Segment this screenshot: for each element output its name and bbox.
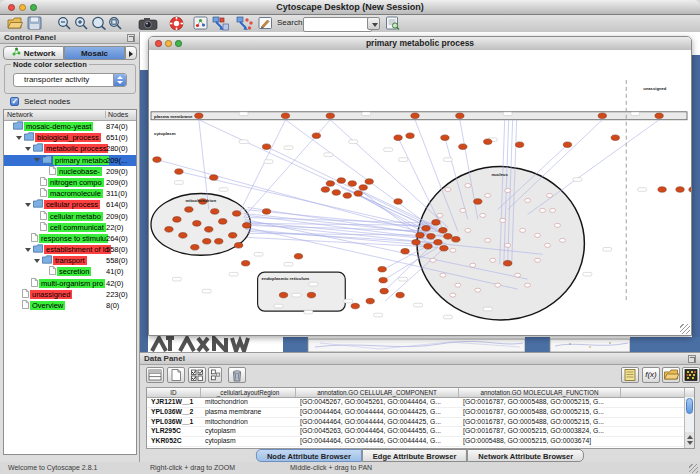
tree-row[interactable]: establishment of lo558(0) (4, 244, 136, 255)
tree-row[interactable]: Overview8(0) (4, 300, 136, 311)
open-icon[interactable] (7, 16, 23, 31)
tree-row[interactable]: cellular process614(0) (4, 199, 136, 210)
table-cell[interactable]: YKR052C (147, 437, 201, 446)
table-cell[interactable]: [GO:0016787, GO:0005215, GO:0003824, G..… (459, 427, 621, 436)
table-cell[interactable]: [GO:0016787, GO:0005488, GO:0005215, G..… (459, 408, 621, 417)
search-input[interactable] (303, 17, 372, 32)
tab-mosaic[interactable]: Mosaic (64, 46, 125, 60)
app-resize-grip[interactable] (689, 464, 698, 473)
table-cell[interactable]: [GO:0016787, GO:0005488, GO:0005215, G..… (459, 418, 621, 427)
table-row[interactable]: YLR295Ccytoplasm[GO:0045263, GO:0044464,… (147, 427, 694, 437)
tree-row[interactable]: nucleobase-209(0) (4, 166, 136, 177)
snapshot-icon[interactable] (138, 16, 158, 31)
table-cell[interactable]: [GO:0044464, GO:0044444, GO:0044425, G..… (296, 418, 459, 427)
expand-arrow-icon[interactable] (25, 147, 31, 151)
table-cell[interactable]: [GO:0044464, GO:0044444, GO:0044425, G..… (296, 408, 459, 417)
tab-edge-attribute-browser[interactable]: Edge Attribute Browser (362, 449, 467, 462)
table-row[interactable]: YPL036W__2plasma membrane[GO:0044464, GO… (147, 408, 694, 418)
table-row[interactable]: YKR052Ccytoplasm[GO:0044464, GO:0044446,… (147, 437, 694, 447)
table-cell[interactable]: mitochondrion (201, 398, 296, 407)
table-row[interactable]: YPL036W__1mitochondrion[GO:0044464, GO:0… (147, 418, 694, 428)
table-cell[interactable]: [GO:0045263, GO:0044464, GO:0044455, G..… (296, 427, 459, 436)
zoom-selected-icon[interactable] (91, 16, 107, 31)
expand-arrow-icon[interactable] (25, 248, 31, 252)
table-cell[interactable]: [GO:0016787, GO:0005488, GO:0005215, G..… (459, 398, 621, 407)
function-builder-icon[interactable]: f(x) (642, 367, 660, 383)
table-cell[interactable]: YPL036W__1 (147, 418, 201, 427)
select-all-attributes-icon[interactable] (188, 367, 206, 383)
table-cell[interactable]: [GO:0044464, GO:0044446, GO:0044444, G..… (296, 437, 459, 446)
table-cell[interactable]: cytoplasm (201, 437, 296, 446)
expand-arrow-icon[interactable] (34, 259, 40, 263)
tree-row[interactable]: nitrogen compo209(0) (4, 177, 136, 188)
table-cell[interactable]: YJR121W__1 (147, 398, 201, 407)
new-network-from-selection-icon[interactable] (236, 16, 254, 31)
unselect-all-attributes-icon[interactable] (208, 367, 222, 383)
scrollbar-thumb[interactable] (686, 398, 693, 414)
minimize-window-button[interactable] (19, 4, 26, 11)
new-attribute-icon[interactable] (167, 367, 185, 383)
expand-arrow-icon[interactable] (25, 203, 31, 207)
delete-attribute-icon[interactable] (228, 367, 246, 383)
help-icon[interactable] (168, 16, 185, 31)
select-attributes-icon[interactable] (146, 367, 164, 383)
tree-row[interactable]: biological_process651(0) (4, 132, 136, 143)
advanced-search-icon[interactable] (385, 16, 400, 31)
zoom-in-icon[interactable] (74, 16, 89, 31)
table-scrollbar[interactable] (684, 397, 694, 448)
search-dropdown-button[interactable] (367, 17, 380, 30)
annotation-icon[interactable] (258, 16, 273, 31)
attribute-editor-icon[interactable] (621, 367, 639, 383)
table-cell[interactable]: cytoplasm (201, 427, 296, 436)
table-row[interactable]: YJR121W__1mitochondrion[GO:0045267, GO:0… (147, 398, 694, 408)
tab-network[interactable]: Network (3, 46, 64, 60)
column-header[interactable] (621, 388, 685, 397)
column-header[interactable]: _cellularLayoutRegion (201, 388, 296, 397)
attribute-matrix-icon[interactable] (682, 367, 700, 383)
column-header[interactable]: ID (147, 388, 201, 397)
tree-column-header[interactable]: Network Nodes (4, 110, 136, 121)
tree-row[interactable]: response to stimulu264(0) (4, 233, 136, 244)
network-view-window[interactable]: primary metabolic process plasma membran… (148, 36, 692, 336)
tree-row[interactable]: cellular metabo209(0) (4, 211, 136, 222)
zoom-fit-icon[interactable] (108, 16, 123, 31)
select-neighbors-icon[interactable] (212, 16, 230, 31)
tab-node-attribute-browser[interactable]: Node Attribute Browser (256, 449, 362, 462)
tree-row[interactable]: unassigned223(0) (4, 289, 136, 300)
expand-arrow-icon[interactable] (16, 136, 22, 140)
tree-row[interactable]: transport558(0) (4, 255, 136, 266)
tree-row[interactable]: mosaic-demo-yeast874(0) (4, 121, 136, 132)
table-cell[interactable]: [GO:0005488, GO:0005215, GO:0003674] (459, 437, 621, 446)
select-nodes-checkbox[interactable] (10, 97, 19, 106)
network-close-button[interactable] (155, 40, 162, 47)
table-cell[interactable]: plasma membrane (201, 408, 296, 417)
tree-row[interactable]: multi-organism pro42(0) (4, 278, 136, 289)
column-header[interactable]: annotation.GO CELLULAR_COMPONENT (296, 388, 459, 397)
network-minimize-button[interactable] (165, 40, 172, 47)
network-overview-icon[interactable] (193, 16, 208, 31)
network-canvas[interactable]: plasma membranecytoplasmmitochondrionnuc… (149, 50, 691, 335)
column-header[interactable]: annotation.GO MOLECULAR_FUNCTION (459, 388, 621, 397)
scrollbar-arrows[interactable] (685, 432, 694, 448)
expand-arrow-icon[interactable] (34, 158, 40, 162)
tree-row[interactable]: macromolecule311(0) (4, 188, 136, 199)
network-zoom-button[interactable] (175, 40, 182, 47)
tree-row[interactable]: secretion41(0) (4, 266, 136, 277)
float-panel-icon[interactable] (127, 34, 135, 42)
tab-network-attribute-browser[interactable]: Network Attribute Browser (467, 449, 584, 462)
save-icon[interactable] (27, 16, 42, 31)
table-cell[interactable]: YLR295C (147, 427, 201, 436)
tree-row[interactable]: cell communicat22(0) (4, 222, 136, 233)
window-resize-grip[interactable] (680, 324, 690, 334)
more-tabs-button[interactable] (125, 46, 137, 60)
zoom-window-button[interactable] (30, 4, 37, 11)
attribute-table-header[interactable]: ID_cellularLayoutRegionannotation.GO CEL… (147, 388, 694, 398)
close-window-button[interactable] (8, 4, 15, 11)
import-attributes-icon[interactable] (662, 367, 680, 383)
table-cell[interactable]: YPL036W__2 (147, 408, 201, 417)
table-cell[interactable]: mitochondrion (201, 418, 296, 427)
tree-row[interactable]: primary metabo209(... (4, 155, 136, 166)
node-color-dropdown[interactable]: transporter activity (13, 73, 127, 87)
table-cell[interactable]: YDR039C__1 (147, 447, 201, 449)
tree-row[interactable]: metabolic process280(0) (4, 143, 136, 154)
